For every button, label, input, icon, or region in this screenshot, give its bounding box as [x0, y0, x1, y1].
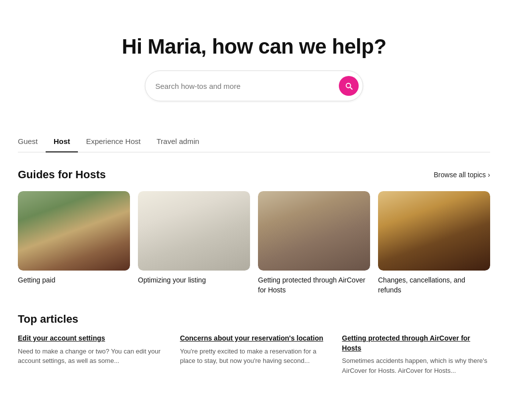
top-articles-title: Top articles: [18, 313, 490, 326]
browse-all-topics-link[interactable]: Browse all topics ›: [434, 171, 490, 179]
articles-grid: Edit your account settings Need to make …: [18, 334, 490, 375]
top-articles-section: Top articles Edit your account settings …: [18, 313, 490, 375]
tabs-list: Guest Host Experience Host Travel admin: [18, 131, 490, 152]
tab-host[interactable]: Host: [46, 131, 78, 152]
guide-image-placeholder-cancellations: [378, 191, 490, 271]
guide-label-getting-paid: Getting paid: [18, 276, 130, 285]
tab-guest[interactable]: Guest: [18, 131, 46, 152]
search-icon: [344, 81, 353, 90]
guides-section: Guides for Hosts Browse all topics › Get…: [18, 168, 490, 295]
guide-image-optimizing: [138, 191, 250, 271]
guide-image-cancellations: [378, 191, 490, 271]
guide-image-getting-paid: [18, 191, 130, 271]
article-desc-account-settings: Need to make a change or two? You can ed…: [18, 347, 166, 366]
article-link-reservation-location[interactable]: Concerns about your reservation's locati…: [180, 334, 328, 344]
hero-section: Hi Maria, how can we help?: [18, 20, 490, 117]
guide-card-getting-paid[interactable]: Getting paid: [18, 191, 130, 295]
guide-label-optimizing: Optimizing your listing: [138, 276, 250, 285]
tab-experience-host[interactable]: Experience Host: [78, 131, 148, 152]
page-wrapper: Hi Maria, how can we help? Guest Host Ex…: [0, 0, 508, 395]
article-link-aircover-hosts[interactable]: Getting protected through AirCover for H…: [342, 334, 490, 353]
guide-card-cancellations[interactable]: Changes, cancellations, and refunds: [378, 191, 490, 295]
guide-cards-grid: Getting paid Optimizing your listing Get…: [18, 191, 490, 295]
chevron-right-icon: ›: [488, 171, 490, 179]
guide-label-cancellations: Changes, cancellations, and refunds: [378, 276, 490, 295]
search-bar: [145, 70, 363, 101]
page-title: Hi Maria, how can we help?: [18, 35, 490, 59]
article-reservation-location: Concerns about your reservation's locati…: [180, 334, 328, 375]
guide-label-aircover: Getting protected through AirCover for H…: [258, 276, 370, 295]
article-link-account-settings[interactable]: Edit your account settings: [18, 334, 166, 344]
guides-section-title: Guides for Hosts: [18, 168, 106, 181]
article-desc-aircover-hosts: Sometimes accidents happen, which is why…: [342, 356, 490, 375]
search-button[interactable]: [339, 76, 359, 96]
article-desc-reservation-location: You're pretty excited to make a reservat…: [180, 347, 328, 366]
guide-image-aircover: [258, 191, 370, 271]
browse-all-topics-label: Browse all topics: [434, 171, 486, 179]
guide-card-optimizing[interactable]: Optimizing your listing: [138, 191, 250, 295]
guide-image-placeholder-getting-paid: [18, 191, 130, 271]
search-input[interactable]: [155, 82, 339, 90]
guide-card-aircover[interactable]: Getting protected through AirCover for H…: [258, 191, 370, 295]
guide-image-placeholder-optimizing: [138, 191, 250, 271]
guides-header: Guides for Hosts Browse all topics ›: [18, 168, 490, 181]
tab-travel-admin[interactable]: Travel admin: [148, 131, 207, 152]
tabs-wrapper: Guest Host Experience Host Travel admin: [18, 131, 490, 152]
guide-image-placeholder-aircover: [258, 191, 370, 271]
article-aircover-hosts: Getting protected through AirCover for H…: [342, 334, 490, 375]
article-account-settings: Edit your account settings Need to make …: [18, 334, 166, 375]
